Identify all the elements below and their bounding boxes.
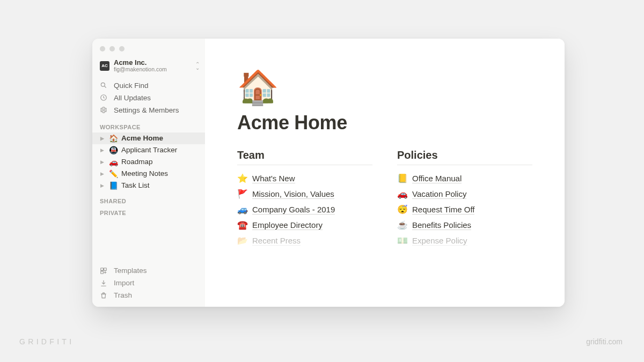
workspace-email: fig@makenotion.com bbox=[114, 67, 191, 73]
page-link[interactable]: 🚙Company Goals - 2019 bbox=[237, 202, 372, 217]
page-label: Roadmap bbox=[121, 158, 153, 166]
link-label: Recent Press bbox=[252, 236, 301, 246]
link-label: Employee Directory bbox=[252, 220, 323, 230]
all-updates-button[interactable]: All Updates bbox=[92, 92, 205, 104]
link-label: Office Manual bbox=[412, 174, 462, 183]
page-label: Task List bbox=[121, 181, 150, 189]
column-heading[interactable]: Policies bbox=[397, 149, 532, 165]
page-link[interactable]: ⭐What's New bbox=[237, 171, 372, 186]
sidebar: AC Acme Inc. fig@makenotion.com ⌃⌄ Quick… bbox=[92, 39, 205, 307]
page-label: Meeting Notes bbox=[121, 169, 168, 178]
settings-button[interactable]: Settings & Members bbox=[92, 104, 205, 116]
page-emoji: 🏠 bbox=[108, 134, 118, 143]
gear-icon bbox=[100, 106, 108, 114]
svg-rect-6 bbox=[101, 271, 104, 274]
link-emoji: 📒 bbox=[397, 173, 408, 183]
import-button[interactable]: Import bbox=[92, 277, 205, 289]
sidebar-page-item[interactable]: ▶🏠Acme Home bbox=[92, 132, 205, 144]
svg-point-0 bbox=[101, 83, 105, 87]
link-label: Expense Policy bbox=[412, 236, 467, 246]
page-title[interactable]: Acme Home bbox=[237, 112, 532, 134]
page-content: 🏠 Acme Home Team⭐What's New🚩Mission, Vis… bbox=[205, 39, 565, 307]
page-emoji: ✏️ bbox=[108, 169, 118, 178]
disclosure-triangle-icon[interactable]: ▶ bbox=[99, 147, 105, 153]
disclosure-triangle-icon[interactable]: ▶ bbox=[99, 159, 105, 165]
link-emoji: ☕ bbox=[397, 220, 408, 230]
disclosure-triangle-icon[interactable]: ▶ bbox=[99, 171, 105, 176]
page-emoji: 📘 bbox=[108, 181, 118, 190]
disclosure-triangle-icon[interactable]: ▶ bbox=[99, 183, 105, 188]
updown-chevron-icon: ⌃⌄ bbox=[195, 62, 200, 70]
sidebar-page-item[interactable]: ▶📘Task List bbox=[92, 180, 205, 191]
search-icon bbox=[100, 82, 108, 89]
content-column: Team⭐What's New🚩Mission, Vision, Values🚙… bbox=[237, 149, 372, 248]
link-emoji: 💵 bbox=[397, 235, 408, 246]
download-icon bbox=[100, 279, 108, 287]
workspace-switcher[interactable]: AC Acme Inc. fig@makenotion.com ⌃⌄ bbox=[92, 58, 205, 78]
import-label: Import bbox=[114, 279, 134, 287]
page-link[interactable]: 📂Recent Press bbox=[237, 233, 372, 248]
quick-find-label: Quick Find bbox=[114, 82, 149, 90]
page-link[interactable]: 🚩Mission, Vision, Values bbox=[237, 186, 372, 202]
disclosure-triangle-icon[interactable]: ▶ bbox=[99, 136, 105, 141]
clock-icon bbox=[100, 94, 108, 101]
window-close-dot[interactable] bbox=[100, 46, 105, 51]
trash-icon bbox=[100, 292, 108, 299]
workspace-icon: AC bbox=[100, 61, 109, 71]
svg-point-3 bbox=[103, 109, 105, 112]
templates-button[interactable]: Templates bbox=[92, 264, 205, 277]
trash-label: Trash bbox=[114, 291, 132, 299]
window-minimize-dot[interactable] bbox=[109, 46, 115, 51]
sidebar-page-item[interactable]: ▶🚗Roadmap bbox=[92, 156, 205, 168]
page-link[interactable]: ☕Benefits Policies bbox=[397, 217, 532, 233]
app-window: AC Acme Inc. fig@makenotion.com ⌃⌄ Quick… bbox=[92, 39, 565, 307]
templates-icon bbox=[100, 267, 108, 275]
column-heading[interactable]: Team bbox=[237, 149, 372, 165]
link-label: What's New bbox=[252, 174, 295, 183]
window-zoom-dot[interactable] bbox=[119, 46, 125, 51]
content-column: Policies📒Office Manual🚗Vacation Policy😴R… bbox=[397, 149, 532, 248]
page-label: Acme Home bbox=[121, 134, 163, 142]
page-link[interactable]: 📒Office Manual bbox=[397, 171, 532, 186]
section-private-label: PRIVATE bbox=[92, 206, 205, 218]
page-link[interactable]: 😴Request Time Off bbox=[397, 202, 532, 217]
svg-rect-5 bbox=[104, 268, 107, 270]
link-emoji: 📂 bbox=[237, 235, 248, 246]
link-label: Mission, Vision, Values bbox=[252, 189, 334, 199]
link-label: Benefits Policies bbox=[412, 220, 471, 230]
sidebar-page-item[interactable]: ▶🚇Applicant Tracker bbox=[92, 144, 205, 156]
link-emoji: ⭐ bbox=[237, 173, 248, 183]
quick-find-button[interactable]: Quick Find bbox=[92, 79, 205, 92]
link-label: Company Goals - 2019 bbox=[252, 205, 335, 215]
link-emoji: ☎️ bbox=[237, 220, 248, 230]
page-link[interactable]: 💵Expense Policy bbox=[397, 233, 532, 248]
settings-label: Settings & Members bbox=[114, 106, 179, 114]
workspace-pages: ▶🏠Acme Home▶🚇Applicant Tracker▶🚗Roadmap▶… bbox=[92, 132, 205, 191]
section-shared-label: SHARED bbox=[92, 191, 205, 206]
page-emoji: 🚗 bbox=[108, 158, 118, 166]
window-controls bbox=[92, 44, 205, 58]
page-link[interactable]: ☎️Employee Directory bbox=[237, 217, 372, 233]
link-emoji: 🚗 bbox=[397, 189, 408, 199]
all-updates-label: All Updates bbox=[114, 94, 151, 102]
page-hero-emoji[interactable]: 🏠 bbox=[237, 71, 532, 104]
trash-button[interactable]: Trash bbox=[92, 289, 205, 301]
section-workspace-label: WORKSPACE bbox=[92, 117, 205, 132]
sidebar-page-item[interactable]: ▶✏️Meeting Notes bbox=[92, 168, 205, 180]
brand-watermark: GRIDFITI bbox=[19, 337, 74, 346]
page-columns: Team⭐What's New🚩Mission, Vision, Values🚙… bbox=[237, 149, 532, 248]
workspace-name: Acme Inc. bbox=[114, 59, 191, 67]
page-link[interactable]: 🚗Vacation Policy bbox=[397, 186, 532, 202]
svg-rect-4 bbox=[101, 268, 104, 270]
page-label: Applicant Tracker bbox=[121, 146, 177, 154]
link-emoji: 😴 bbox=[397, 204, 408, 215]
svg-line-1 bbox=[105, 86, 106, 88]
page-emoji: 🚇 bbox=[108, 146, 118, 154]
link-emoji: 🚙 bbox=[237, 204, 248, 215]
link-label: Request Time Off bbox=[412, 205, 474, 215]
link-emoji: 🚩 bbox=[237, 189, 248, 199]
templates-label: Templates bbox=[114, 267, 147, 275]
link-label: Vacation Policy bbox=[412, 189, 466, 199]
brand-url: gridfiti.com bbox=[586, 337, 623, 346]
